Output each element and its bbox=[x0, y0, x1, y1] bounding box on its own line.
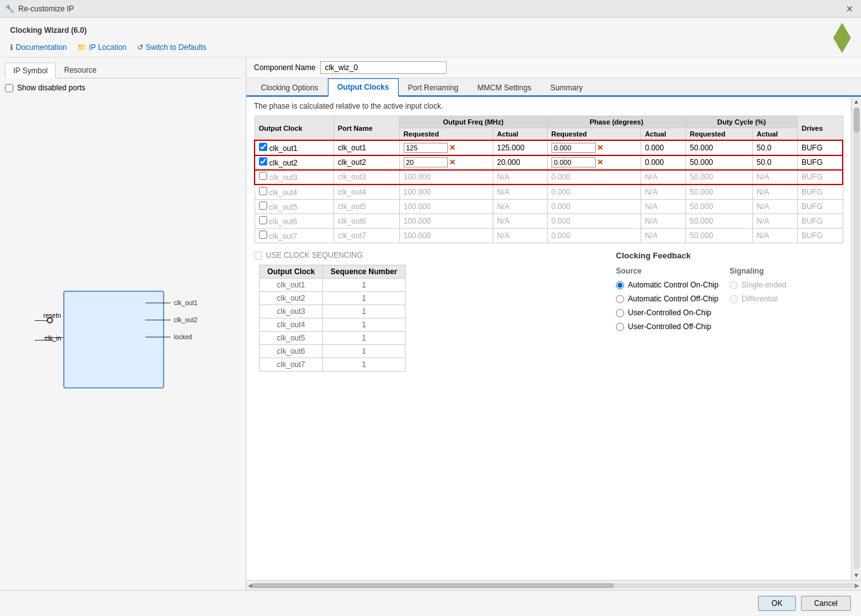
row-4-drives: BUFG bbox=[797, 200, 843, 214]
row-4-duty-actual: N/A bbox=[752, 200, 797, 214]
tab-mmcm-settings[interactable]: MMCM Settings bbox=[468, 78, 541, 97]
row-6-freq-req: 100.000 bbox=[399, 229, 493, 243]
col-duty-group: Duty Cycle (%) bbox=[686, 116, 798, 128]
title-bar-title: 🔧 Re-customize IP bbox=[5, 4, 74, 13]
h-scroll-thumb[interactable] bbox=[253, 583, 614, 588]
row-2-output-clock: clk_out3 bbox=[255, 170, 334, 185]
seq-row-1: clk_out2 1 bbox=[260, 292, 406, 305]
row-3-freq-actual: N/A bbox=[493, 184, 547, 200]
port-locked: locked bbox=[145, 334, 197, 341]
nav-tabs: Clocking Options Output Clocks Port Rena… bbox=[246, 78, 861, 97]
row-2-duty-req: 50.000 bbox=[686, 170, 753, 185]
show-disabled-ports-checkbox[interactable] bbox=[5, 84, 13, 92]
col-freq-actual: Actual bbox=[493, 128, 547, 141]
row-0-phase-clear[interactable]: ✕ bbox=[596, 143, 605, 152]
row-6-port-name: clk_out7 bbox=[334, 229, 399, 243]
row-1-freq-actual: 20.000 bbox=[493, 155, 547, 170]
signaling-radio-group: Single-ended Differential bbox=[730, 281, 843, 303]
clock-seq-label-row: USE CLOCK SEQUENCING bbox=[254, 251, 606, 260]
cancel-button[interactable]: Cancel bbox=[801, 596, 851, 611]
row-0-phase-req-input[interactable] bbox=[551, 143, 596, 153]
scroll-down-arrow[interactable]: ▼ bbox=[852, 571, 861, 580]
clock-table: Output Clock Port Name Output Freq (MHz)… bbox=[254, 116, 843, 243]
scroll-track[interactable] bbox=[853, 107, 860, 569]
row-0-checkbox[interactable] bbox=[259, 143, 267, 151]
switch-to-defaults-link[interactable]: ↺ Switch to Defaults bbox=[137, 43, 207, 52]
clocking-feedback-section: Clocking Feedback Source Automatic Contr… bbox=[616, 251, 843, 331]
scroll-left-arrow[interactable]: ◀ bbox=[248, 582, 253, 589]
signaling-option-1: Differential bbox=[730, 294, 843, 303]
seq-row-6: clk_out7 1 bbox=[260, 358, 406, 371]
source-radio-0[interactable] bbox=[616, 281, 624, 289]
row-2-drives: BUFG bbox=[797, 170, 843, 185]
row-1-duty-req: 50.000 bbox=[686, 155, 753, 170]
row-3-checkbox[interactable] bbox=[259, 187, 267, 195]
clock-seq-checkbox[interactable] bbox=[254, 251, 262, 260]
tab-port-renaming[interactable]: Port Renaming bbox=[399, 78, 468, 97]
col-phase-req: Requested bbox=[547, 128, 641, 141]
tab-resource[interactable]: Resource bbox=[56, 63, 104, 78]
tab-output-clocks[interactable]: Output Clocks bbox=[328, 78, 399, 97]
app-icon: 🔧 bbox=[5, 4, 15, 13]
row-5-output-clock: clk_out6 bbox=[255, 214, 334, 229]
row-5-drives: BUFG bbox=[797, 214, 843, 229]
row-0-port-name: clk_out1 bbox=[334, 140, 399, 155]
seq-row-6-clock: clk_out7 bbox=[260, 358, 323, 371]
row-6-output-clock: clk_out7 bbox=[255, 229, 334, 243]
row-3-drives: BUFG bbox=[797, 184, 843, 200]
col-port-name: Port Name bbox=[334, 116, 399, 141]
row-4-phase-req: 0.000 bbox=[547, 200, 641, 214]
row-2-port-name: clk_out3 bbox=[334, 170, 399, 185]
seq-row-6-seq: 1 bbox=[323, 358, 405, 371]
source-radio-2[interactable] bbox=[616, 309, 624, 317]
row-6-checkbox[interactable] bbox=[259, 231, 267, 239]
row-0-freq-clear[interactable]: ✕ bbox=[448, 143, 457, 152]
row-1-freq-req: ✕ bbox=[399, 155, 493, 170]
app-title-bar: Clocking Wizard (6.0) bbox=[10, 23, 851, 38]
row-2-checkbox[interactable] bbox=[259, 172, 267, 180]
row-0-duty-actual: 50.0 bbox=[752, 140, 797, 155]
seq-row-0: clk_out1 1 bbox=[260, 279, 406, 292]
tab-ip-symbol[interactable]: IP Symbol bbox=[5, 63, 56, 78]
source-radio-1[interactable] bbox=[616, 295, 624, 303]
toolbar: ℹ Documentation 📁 IP Location ↺ Switch t… bbox=[10, 43, 851, 52]
row-1-freq-req-input[interactable] bbox=[404, 157, 448, 167]
row-4-checkbox[interactable] bbox=[259, 202, 267, 210]
row-1-phase-clear[interactable]: ✕ bbox=[596, 158, 605, 167]
close-button[interactable]: ✕ bbox=[843, 3, 856, 15]
footer: OK Cancel bbox=[0, 590, 861, 616]
h-scroll-track[interactable] bbox=[253, 583, 855, 588]
seq-row-2-seq: 1 bbox=[323, 305, 405, 318]
ok-button[interactable]: OK bbox=[758, 596, 795, 611]
signaling-radio-0[interactable] bbox=[730, 281, 738, 289]
row-3-phase-req: 0.000 bbox=[547, 184, 641, 200]
tab-summary[interactable]: Summary bbox=[541, 78, 592, 97]
row-3-phase-actual: N/A bbox=[641, 184, 685, 200]
row-5-freq-actual: N/A bbox=[493, 214, 547, 229]
source-label-1: Automatic Control Off-Chip bbox=[628, 294, 718, 303]
ip-location-link[interactable]: 📁 IP Location bbox=[77, 43, 127, 52]
row-0-duty-req: 50.000 bbox=[686, 140, 753, 155]
row-3-output-clock: clk_out4 bbox=[255, 184, 334, 200]
scroll-up-arrow[interactable]: ▲ bbox=[852, 97, 861, 106]
scroll-thumb[interactable] bbox=[853, 107, 860, 133]
row-1-freq-clear[interactable]: ✕ bbox=[448, 158, 457, 167]
row-5-checkbox[interactable] bbox=[259, 216, 267, 224]
component-name-input[interactable] bbox=[320, 61, 447, 74]
horizontal-scrollbar[interactable]: ◀ ▶ bbox=[246, 580, 861, 590]
seq-table: Output Clock Sequence Number clk_out1 1 … bbox=[259, 265, 406, 371]
row-5-phase-req: 0.000 bbox=[547, 214, 641, 229]
row-0-freq-req-input[interactable] bbox=[404, 143, 448, 153]
vertical-scrollbar[interactable]: ▲ ▼ bbox=[851, 97, 861, 580]
col-freq-req: Requested bbox=[399, 128, 493, 141]
scroll-right-arrow[interactable]: ▶ bbox=[855, 582, 860, 589]
documentation-link[interactable]: ℹ Documentation bbox=[10, 43, 67, 52]
row-1-drives: BUFG bbox=[797, 155, 843, 170]
tab-clocking-options[interactable]: Clocking Options bbox=[251, 78, 328, 97]
source-label-2: User-Controlled On-Chip bbox=[628, 308, 711, 317]
row-1-checkbox[interactable] bbox=[259, 157, 267, 166]
signaling-radio-1[interactable] bbox=[730, 295, 738, 303]
row-1-phase-req-input[interactable] bbox=[551, 157, 596, 167]
row-2-freq-req: 100.000 bbox=[399, 170, 493, 185]
source-radio-3[interactable] bbox=[616, 323, 624, 331]
